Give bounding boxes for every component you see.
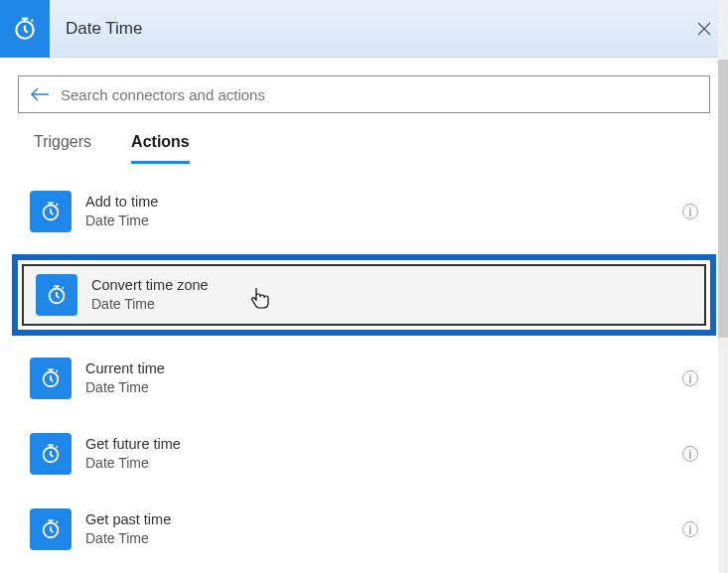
- search-box: [18, 75, 710, 113]
- dialog-header: Date Time: [0, 0, 728, 58]
- action-text: Current time Date Time: [85, 359, 668, 396]
- dialog-title: Date Time: [50, 19, 680, 39]
- action-icon-box: [30, 508, 72, 550]
- action-title: Get future time: [85, 435, 668, 454]
- scrollbar-thumb[interactable]: [718, 60, 728, 338]
- action-text: Add to time Date Time: [85, 193, 668, 229]
- clock-icon: [12, 16, 38, 42]
- action-subtitle: Date Time: [85, 454, 668, 472]
- action-subtitle: Date Time: [91, 295, 692, 313]
- action-subtitle: Date Time: [85, 529, 668, 547]
- close-icon: [696, 21, 712, 37]
- tabs: Triggers Actions: [18, 113, 710, 165]
- action-title: Current time: [85, 359, 668, 378]
- action-text: Get future time Date Time: [85, 435, 668, 472]
- action-title: Get past time: [85, 510, 668, 529]
- action-list: Add to time Date Time i Convert time zon…: [18, 165, 710, 573]
- search-input[interactable]: [61, 86, 699, 103]
- arrow-left-icon: [29, 85, 51, 103]
- clock-icon: [40, 201, 62, 222]
- tab-triggers[interactable]: Triggers: [34, 133, 91, 164]
- clock-icon: [40, 443, 62, 465]
- action-icon-box: [36, 274, 77, 316]
- action-current-time[interactable]: Current time Date Time i: [18, 350, 710, 407]
- action-icon-box: [30, 191, 72, 232]
- selection-highlight: Convert time zone Date Time: [12, 254, 716, 336]
- action-convert-time-zone[interactable]: Convert time zone Date Time: [22, 264, 706, 326]
- action-icon-box: [30, 358, 72, 399]
- action-get-future-time[interactable]: Get future time Date Time i: [18, 425, 710, 483]
- info-icon[interactable]: i: [682, 370, 698, 386]
- clock-icon: [40, 518, 62, 540]
- action-title: Convert time zone: [91, 276, 692, 295]
- action-icon-box: [30, 433, 72, 475]
- back-button[interactable]: [29, 85, 51, 103]
- clock-icon: [46, 284, 68, 306]
- action-subtitle: Date Time: [85, 378, 668, 396]
- action-text: Get past time Date Time: [85, 510, 668, 547]
- vertical-scrollbar[interactable]: [718, 0, 728, 573]
- info-icon[interactable]: i: [682, 521, 698, 537]
- action-get-past-time[interactable]: Get past time Date Time i: [18, 501, 710, 558]
- dialog-content: Triggers Actions Add to time Date Time i: [0, 58, 728, 573]
- info-icon[interactable]: i: [682, 204, 698, 219]
- clock-icon: [40, 367, 62, 389]
- action-subtitle: Date Time: [85, 212, 668, 229]
- connector-icon-box: [0, 0, 50, 58]
- action-title: Add to time: [85, 193, 668, 212]
- action-add-to-time[interactable]: Add to time Date Time i: [18, 183, 710, 240]
- action-text: Convert time zone Date Time: [91, 276, 692, 313]
- tab-actions[interactable]: Actions: [131, 133, 190, 164]
- info-icon[interactable]: i: [682, 446, 698, 462]
